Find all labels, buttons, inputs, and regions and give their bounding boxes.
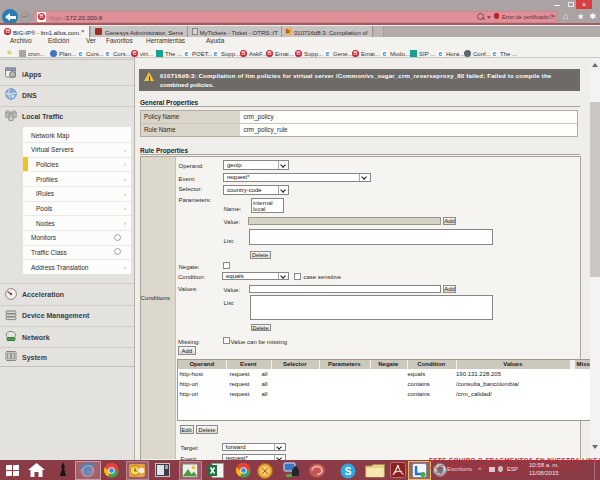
svg-text:S: S [345, 465, 352, 476]
